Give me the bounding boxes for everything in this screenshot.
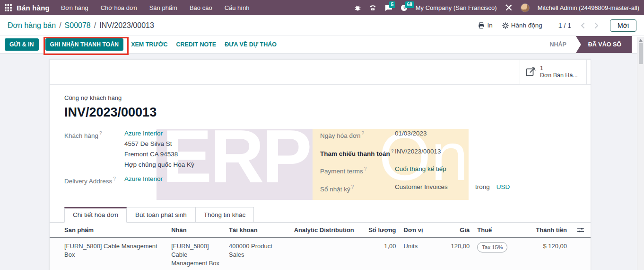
sale-order-smart-button[interactable]: 1 Đơn Bán Hà... — [520, 60, 587, 84]
tax-badge[interactable]: Tax 15% — [477, 242, 507, 252]
payment-terms-label: Payment terms? — [320, 164, 395, 176]
user-avatar[interactable] — [521, 3, 530, 12]
gear-icon — [502, 22, 509, 29]
column-header-account[interactable]: Tài khoản — [225, 223, 290, 238]
action-menu-button[interactable]: Hành động — [502, 22, 542, 29]
new-button[interactable]: Mới — [610, 19, 636, 32]
payment-reference-label: Tham chiếu thanh toán? — [320, 146, 395, 159]
scrollbar-thumb[interactable] — [639, 43, 643, 64]
address-line-3: Hợp chủng quốc Hoa Kỳ — [124, 160, 194, 170]
journal-field: Sổ nhật ký? Customer Invoices trong USD — [320, 182, 576, 194]
optional-columns-button[interactable] — [571, 223, 591, 238]
invoice-date-field: Ngày hóa đơn? 01/03/2023 — [320, 128, 576, 141]
app-name[interactable]: Bán hàng — [17, 4, 50, 12]
invoice-date-label: Ngày hóa đơn? — [320, 128, 395, 141]
field-column-right: Ngày hóa đơn? 01/03/2023 Tham chiếu than… — [320, 128, 576, 199]
breadcrumb-separator: / — [59, 21, 61, 30]
invoice-lines-table: Sản phẩm Nhãn Tài khoản Analytic Distrib… — [50, 223, 591, 270]
edit-document-icon — [525, 67, 536, 77]
nav-menu-reports[interactable]: Báo cáo — [190, 4, 212, 11]
phone-icon[interactable] — [369, 4, 376, 11]
pager-next-icon[interactable] — [594, 22, 599, 29]
company-switcher[interactable]: My Company (San Francisco) — [416, 4, 497, 11]
address-line-2: Fremont CA 94538 — [124, 149, 194, 160]
credit-note-button[interactable]: CREDIT NOTE — [175, 38, 217, 51]
customer-label: Khách hàng? — [64, 128, 124, 170]
delivery-address-label: Delivery Address? — [64, 174, 124, 187]
help-marker: ? — [391, 149, 394, 154]
status-draft[interactable]: NHÁP — [540, 36, 575, 53]
cell-trailing — [571, 238, 591, 270]
help-marker: ? — [351, 184, 354, 189]
invoice-number-title[interactable]: INV/2023/00013 — [64, 105, 576, 120]
nav-menu-config[interactable]: Cấu hình — [225, 4, 250, 11]
column-header-label[interactable]: Nhãn — [167, 223, 225, 238]
control-panel: Đơn hàng bán / S00078 / INV/2023/00013 I… — [0, 15, 644, 36]
scrollbar-up-arrow[interactable] — [639, 39, 643, 42]
payment-terms-value[interactable]: Cuối tháng kế tiếp — [395, 164, 446, 176]
print-button[interactable]: In — [478, 22, 492, 29]
nav-right: 5 68 My Company (San Francisco) Mitchell… — [354, 3, 639, 12]
form-sheet: ERP One 1 Đơn Bán Hà... Công nợ khách hà… — [49, 59, 591, 270]
invoice-line-row[interactable]: [FURN_5800] Cable Management Box [FURN_5… — [50, 238, 591, 270]
breadcrumb-sale-orders[interactable]: Đơn hàng bán — [8, 21, 56, 30]
invoice-date-value[interactable]: 01/03/2023 — [395, 128, 427, 141]
customer-link[interactable]: Azure Interior — [124, 128, 194, 139]
smart-button-text: 1 Đơn Bán Hà... — [540, 65, 578, 79]
cell-product[interactable]: [FURN_5800] Cable Management Box — [50, 238, 167, 270]
bug-icon[interactable] — [354, 4, 361, 11]
statusbar-buttons: GỬI & IN GHI NHẬN THANH TOÁN XEM TRƯỚC C… — [5, 38, 278, 51]
cell-uom[interactable]: Units — [400, 238, 436, 270]
activities-clock-icon[interactable]: 68 — [400, 4, 408, 11]
nav-menu-products[interactable]: Sản phẩm — [149, 4, 177, 11]
user-menu[interactable]: Mitchell Admin (24496809-master-all) — [538, 4, 639, 11]
payment-reference-value[interactable]: INV/2023/00013 — [395, 146, 441, 159]
journal-label: Sổ nhật ký? — [320, 182, 395, 194]
cell-quantity[interactable]: 1,00 — [360, 238, 400, 270]
column-header-quantity[interactable]: Số lượng — [360, 223, 400, 238]
breadcrumb-sale-order-s00078[interactable]: S00078 — [65, 21, 91, 30]
field-column-left: Khách hàng? Azure Interior 4557 De Silva… — [64, 128, 320, 199]
button-box-strip: 1 Đơn Bán Hà... — [50, 60, 591, 85]
delivery-address-link[interactable]: Azure Interior — [124, 174, 163, 187]
top-navbar: Bán hàng Đơn hàng Chờ hóa đơn Sản phẩm B… — [0, 0, 644, 15]
pager-value: 1 / 1 — [558, 22, 571, 29]
field-grid: Khách hàng? Azure Interior 4557 De Silva… — [64, 128, 576, 199]
cell-account[interactable]: 400000 Product Sales — [225, 238, 290, 270]
cell-analytic[interactable] — [290, 238, 360, 270]
send-print-button[interactable]: GỬI & IN — [5, 38, 39, 51]
table-header-row: Sản phẩm Nhãn Tài khoản Analytic Distrib… — [50, 223, 591, 238]
column-header-uom[interactable]: Đơn vị — [400, 223, 436, 238]
cell-price[interactable]: 120,00 — [435, 238, 473, 270]
breadcrumb: Đơn hàng bán / S00078 / INV/2023/00013 — [8, 21, 154, 30]
vertical-scrollbar[interactable] — [637, 37, 644, 270]
column-header-price[interactable]: Giá — [435, 223, 473, 238]
printer-icon — [478, 22, 485, 29]
column-header-taxes[interactable]: Thuế — [473, 223, 526, 238]
nav-menu-orders[interactable]: Đơn hàng — [61, 4, 88, 11]
delivery-address-field: Delivery Address? Azure Interior — [64, 174, 320, 187]
column-header-analytic[interactable]: Analytic Distribution — [290, 223, 360, 238]
column-header-subtotal[interactable]: Thành tiền — [526, 223, 571, 238]
tab-invoice-lines[interactable]: Chi tiết hóa đơn — [64, 207, 127, 223]
breadcrumb-current: INV/2023/00013 — [99, 21, 154, 30]
column-header-product[interactable]: Sản phẩm — [50, 223, 167, 238]
odoo-invoice-page: { "nav": { "app_name": "Bán hàng", "menu… — [0, 0, 644, 270]
help-marker: ? — [364, 166, 367, 171]
nav-menu-to-invoice[interactable]: Chờ hóa đơn — [101, 4, 137, 11]
journal-value[interactable]: Customer Invoices — [395, 182, 475, 194]
apps-grid-icon[interactable] — [5, 4, 12, 11]
tools-icon[interactable] — [505, 4, 513, 11]
tab-journal-items[interactable]: Bút toán phát sinh — [127, 207, 195, 223]
tab-other-info[interactable]: Thông tin khác — [195, 207, 254, 223]
cell-taxes[interactable]: Tax 15% — [473, 238, 526, 270]
cell-label[interactable]: [FURN_5800] Cable Management Box — [167, 238, 225, 270]
pager-previous-icon[interactable] — [581, 22, 585, 29]
preview-button[interactable]: XEM TRƯỚC — [130, 38, 168, 51]
breadcrumb-separator: / — [94, 21, 96, 30]
reset-to-draft-button[interactable]: ĐƯA VỀ DỰ THẢO — [224, 38, 278, 51]
currency-link[interactable]: USD — [496, 182, 510, 194]
journal-conjunction: trong — [475, 182, 490, 194]
messages-icon[interactable]: 5 — [384, 4, 392, 11]
register-payment-button[interactable]: GHI NHẬN THANH TOÁN — [45, 38, 124, 51]
